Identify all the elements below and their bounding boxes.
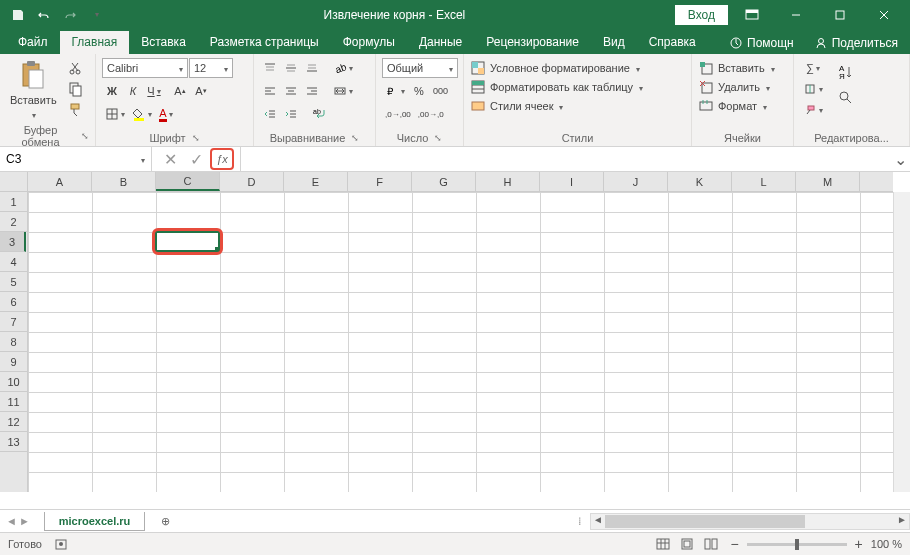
row-header[interactable]: 11 <box>0 392 27 412</box>
row-header[interactable]: 3 <box>0 232 26 252</box>
sheet-tab[interactable]: microexcel.ru <box>44 512 146 531</box>
tab-view[interactable]: Вид <box>591 31 637 54</box>
fill-icon[interactable] <box>800 79 826 99</box>
page-break-view-icon[interactable] <box>700 535 722 553</box>
login-button[interactable]: Вход <box>675 5 728 25</box>
row-header[interactable]: 7 <box>0 312 27 332</box>
row-header[interactable]: 10 <box>0 372 27 392</box>
cells-area[interactable] <box>28 192 893 492</box>
insert-function-button[interactable]: ƒх <box>210 148 234 170</box>
align-top-icon[interactable] <box>260 58 280 78</box>
font-name-combo[interactable]: Calibri <box>102 58 188 78</box>
col-header[interactable]: J <box>604 172 668 191</box>
alignment-launcher-icon[interactable]: ⤡ <box>351 133 359 143</box>
redo-icon[interactable] <box>58 3 82 27</box>
tab-formulas[interactable]: Формулы <box>331 31 407 54</box>
align-left-icon[interactable] <box>260 81 280 101</box>
col-header[interactable]: C <box>156 172 220 191</box>
conditional-formatting-button[interactable]: Условное форматирование <box>470 60 685 76</box>
font-color-icon[interactable]: А <box>156 104 176 124</box>
tab-review[interactable]: Рецензирование <box>474 31 591 54</box>
worksheet-grid[interactable]: A B C D E F G H I J K L M 1 2 3 4 5 6 7 … <box>0 172 910 509</box>
copy-icon[interactable] <box>65 79 87 99</box>
name-box-input[interactable] <box>6 152 106 166</box>
find-select-icon[interactable] <box>834 88 858 108</box>
align-center-icon[interactable] <box>281 81 301 101</box>
normal-view-icon[interactable] <box>652 535 674 553</box>
row-header[interactable]: 1 <box>0 192 27 212</box>
col-header[interactable]: D <box>220 172 284 191</box>
paste-button[interactable]: Вставить <box>6 58 61 122</box>
name-box[interactable] <box>0 147 152 171</box>
align-middle-icon[interactable] <box>281 58 301 78</box>
col-header[interactable]: F <box>348 172 412 191</box>
increase-indent-icon[interactable] <box>281 104 301 124</box>
row-header[interactable]: 13 <box>0 432 27 452</box>
merge-icon[interactable] <box>330 81 356 101</box>
sort-filter-icon[interactable]: АЯ <box>834 62 858 82</box>
number-format-combo[interactable]: Общий <box>382 58 458 78</box>
autosum-icon[interactable]: ∑ <box>800 58 826 78</box>
col-header[interactable]: I <box>540 172 604 191</box>
col-header[interactable]: G <box>412 172 476 191</box>
format-cells-button[interactable]: Формат <box>698 98 787 114</box>
vertical-scrollbar[interactable] <box>893 192 910 492</box>
active-cell[interactable] <box>155 231 220 252</box>
comma-icon[interactable]: 000 <box>430 81 451 101</box>
page-layout-view-icon[interactable] <box>676 535 698 553</box>
col-header[interactable]: B <box>92 172 156 191</box>
cancel-formula-icon[interactable]: ✕ <box>158 148 182 170</box>
row-header[interactable]: 9 <box>0 352 27 372</box>
zoom-out-button[interactable]: − <box>730 536 738 552</box>
wrap-text-icon[interactable]: ab <box>309 104 329 124</box>
minimize-icon[interactable] <box>776 0 816 29</box>
close-icon[interactable] <box>864 0 904 29</box>
decrease-indent-icon[interactable] <box>260 104 280 124</box>
tab-home[interactable]: Главная <box>60 31 130 54</box>
add-sheet-button[interactable]: ⊕ <box>153 515 177 528</box>
font-launcher-icon[interactable]: ⤡ <box>192 133 200 143</box>
row-header[interactable]: 12 <box>0 412 27 432</box>
maximize-icon[interactable] <box>820 0 860 29</box>
format-painter-icon[interactable] <box>65 100 87 120</box>
borders-icon[interactable] <box>102 104 128 124</box>
align-right-icon[interactable] <box>302 81 322 101</box>
sheet-nav-prev-icon[interactable]: ◄ <box>6 515 17 527</box>
bold-button[interactable]: Ж <box>102 81 122 101</box>
qat-customize-icon[interactable] <box>84 3 108 27</box>
enter-formula-icon[interactable]: ✓ <box>184 148 208 170</box>
tab-pagelayout[interactable]: Разметка страницы <box>198 31 331 54</box>
row-header[interactable]: 5 <box>0 272 27 292</box>
tab-help[interactable]: Справка <box>637 31 708 54</box>
column-headers[interactable]: A B C D E F G H I J K L M <box>28 172 893 192</box>
row-header[interactable]: 4 <box>0 252 27 272</box>
font-size-combo[interactable]: 12 <box>189 58 233 78</box>
percent-icon[interactable]: % <box>409 81 429 101</box>
decrease-font-icon[interactable]: A▾ <box>191 81 211 101</box>
increase-decimal-icon[interactable]: ,0→,00 <box>382 104 414 124</box>
orientation-icon[interactable]: ab <box>330 58 356 78</box>
clipboard-launcher-icon[interactable]: ⤡ <box>81 131 89 141</box>
col-header[interactable]: E <box>284 172 348 191</box>
share-button[interactable]: Поделиться <box>810 32 902 54</box>
col-header[interactable]: A <box>28 172 92 191</box>
format-as-table-button[interactable]: Форматировать как таблицу <box>470 79 685 95</box>
select-all-corner[interactable] <box>0 172 28 192</box>
col-header[interactable]: K <box>668 172 732 191</box>
horizontal-scrollbar[interactable]: ◄ ► <box>590 513 910 530</box>
currency-icon[interactable]: ₽ <box>382 81 408 101</box>
col-header[interactable]: M <box>796 172 860 191</box>
tab-insert[interactable]: Вставка <box>129 31 198 54</box>
tab-data[interactable]: Данные <box>407 31 474 54</box>
col-header[interactable]: H <box>476 172 540 191</box>
tab-file[interactable]: Файл <box>6 31 60 54</box>
ribbon-options-icon[interactable] <box>732 0 772 29</box>
zoom-in-button[interactable]: + <box>855 536 863 552</box>
sheet-nav-next-icon[interactable]: ► <box>19 515 30 527</box>
zoom-slider[interactable] <box>747 543 847 546</box>
col-header[interactable]: L <box>732 172 796 191</box>
italic-button[interactable]: К <box>123 81 143 101</box>
macro-record-icon[interactable] <box>54 537 68 551</box>
row-header[interactable]: 8 <box>0 332 27 352</box>
undo-icon[interactable] <box>32 3 56 27</box>
